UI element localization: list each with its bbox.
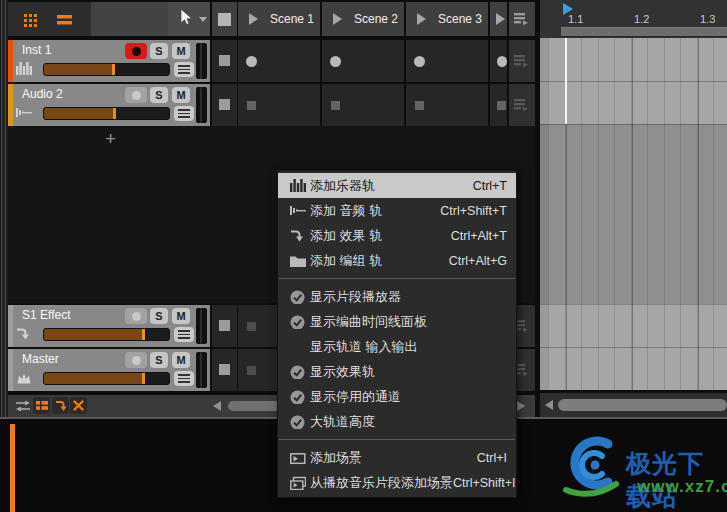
view-toolbar: [8, 2, 91, 36]
cursor-arrow-icon: [179, 9, 193, 27]
scene-header-1[interactable]: Scene 1: [238, 2, 320, 36]
pointer-tool-button[interactable]: [168, 2, 210, 36]
clip-slot-1-3[interactable]: [406, 40, 488, 82]
mute-button[interactable]: M: [172, 308, 190, 324]
solo-button[interactable]: S: [150, 308, 168, 324]
track-menu-button[interactable]: [174, 106, 194, 121]
track-header-inst-1[interactable]: Inst 1 S M: [8, 40, 210, 82]
timeline-ruler[interactable]: 1.11.21.3: [540, 0, 727, 38]
volume-fader[interactable]: [43, 63, 170, 76]
menu-item[interactable]: 显示轨道 输入输出: [278, 334, 516, 359]
menu-item-shortcut: Ctrl+T: [473, 179, 516, 193]
clip-scroll-right-arrow[interactable]: [517, 401, 525, 411]
menu-item[interactable]: 显示片段播放器: [278, 284, 516, 309]
menu-item-label: 添加 音频 轨: [310, 202, 440, 220]
menu-item-icon-wrap: [286, 476, 310, 490]
scene-header-2[interactable]: Scene 2: [322, 2, 404, 36]
fader-value-tick: [142, 373, 145, 384]
track-menu-button[interactable]: [174, 371, 194, 386]
arranger-timeline[interactable]: [540, 38, 727, 390]
mute-button[interactable]: M: [172, 87, 190, 103]
menu-separator: [279, 278, 515, 279]
clip-grid-view-icon[interactable]: [24, 14, 37, 27]
timeline-zoom-bar[interactable]: [561, 27, 727, 37]
track-menu-button[interactable]: [174, 327, 194, 342]
menu-item-icon-wrap: [286, 451, 310, 465]
record-arm-button[interactable]: [125, 87, 147, 103]
mute-button[interactable]: M: [172, 352, 190, 368]
scene-play-icon[interactable]: [417, 13, 426, 25]
grid-line: [548, 38, 549, 390]
tool-dropdown-caret[interactable]: [199, 17, 207, 22]
clip-slot-1-2[interactable]: [322, 40, 404, 82]
volume-fader[interactable]: [43, 372, 170, 385]
scene-play-icon[interactable]: [249, 13, 258, 25]
mute-button[interactable]: M: [172, 43, 190, 59]
menu-item[interactable]: 添加 音频 轨 Ctrl+Shift+T: [278, 198, 516, 223]
menu-item[interactable]: 添加 编组 轨 Ctrl+Alt+G: [278, 248, 516, 273]
record-arm-button[interactable]: [125, 308, 147, 324]
timeline-scroll-left-arrow[interactable]: [545, 400, 553, 410]
clip-slot-2-partial[interactable]: [490, 84, 507, 126]
volume-fader[interactable]: [43, 107, 170, 120]
track-color-stripe: [8, 305, 13, 347]
swap-scroll-icon[interactable]: [15, 400, 31, 412]
scene-header-3[interactable]: Scene 3: [406, 2, 488, 36]
track-header-audio-2[interactable]: Audio 2 S M: [8, 84, 210, 126]
track-header-master[interactable]: Master S M: [8, 349, 210, 391]
clip-slot-2-2[interactable]: [322, 84, 404, 126]
scene-launcher-column-header[interactable]: [509, 2, 535, 36]
solo-button[interactable]: S: [150, 352, 168, 368]
stop-icon: [219, 320, 230, 331]
track-stop-button[interactable]: [212, 349, 237, 391]
clip-slot-1-partial[interactable]: [490, 40, 507, 82]
clip-scroll-left-arrow[interactable]: [213, 401, 221, 411]
record-arm-button[interactable]: [125, 43, 147, 59]
left-scroll-rail[interactable]: [0, 0, 8, 418]
solo-button[interactable]: S: [150, 87, 168, 103]
menu-item[interactable]: 显示效果轨: [278, 359, 516, 384]
record-arm-button[interactable]: [125, 352, 147, 368]
menu-item[interactable]: 从播放音乐片段添加场景 Ctrl+Shift+I: [278, 470, 516, 495]
clip-slot-2-3[interactable]: [406, 84, 488, 126]
scene-play-icon[interactable]: [496, 13, 505, 25]
menu-item[interactable]: 添加场景 Ctrl+I: [278, 445, 516, 470]
menu-item[interactable]: 添加乐器轨 Ctrl+T: [278, 173, 516, 198]
add-track-plus[interactable]: +: [105, 128, 116, 150]
return-arrow-button[interactable]: [52, 397, 69, 414]
scene-play-icon[interactable]: [333, 13, 342, 25]
stop-icon: [219, 99, 230, 110]
solo-button[interactable]: S: [150, 43, 168, 59]
menu-item[interactable]: 大轨道高度: [278, 409, 516, 434]
list-view-icon[interactable]: [57, 15, 72, 25]
record-dot-icon: [132, 356, 141, 365]
track-menu-button[interactable]: [174, 62, 194, 77]
menu-item-label: 显示片段播放器: [310, 288, 507, 306]
clip-slot-1-1[interactable]: [238, 40, 320, 82]
track-launcher-cell[interactable]: [509, 40, 535, 82]
scene-header-partial[interactable]: [490, 2, 507, 36]
clip-record-icon: [330, 56, 341, 67]
track-header-s1-effect[interactable]: S1 Effect S M: [8, 305, 210, 347]
menu-item[interactable]: 显示停用的通道: [278, 384, 516, 409]
track-launcher-cell[interactable]: [509, 84, 535, 126]
stop-all-clips-button[interactable]: [212, 2, 237, 36]
menu-item-icon-wrap: [286, 415, 310, 429]
check-icon: [290, 290, 306, 304]
menu-item[interactable]: 添加 效果 轨 Ctrl+Alt+T: [278, 223, 516, 248]
timeline-scrollbar-thumb[interactable]: [558, 399, 727, 411]
menu-item-icon-wrap: [286, 315, 310, 329]
timeline-scrollbar: [540, 393, 727, 417]
track-list-mode-button[interactable]: [33, 397, 50, 414]
menu-item-label: 显示效果轨: [310, 363, 507, 381]
clip-slot-2-1[interactable]: [238, 84, 320, 126]
track-name: S1 Effect: [22, 308, 70, 322]
track-stop-button[interactable]: [212, 40, 237, 82]
track-stop-button[interactable]: [212, 84, 237, 126]
clear-button[interactable]: [70, 397, 87, 414]
down-arrow-icon: [55, 400, 67, 412]
volume-fader[interactable]: [43, 328, 170, 341]
menu-item[interactable]: 显示编曲时间线面板: [278, 309, 516, 334]
menu-lines-icon: [178, 109, 190, 118]
track-stop-button[interactable]: [212, 305, 237, 347]
